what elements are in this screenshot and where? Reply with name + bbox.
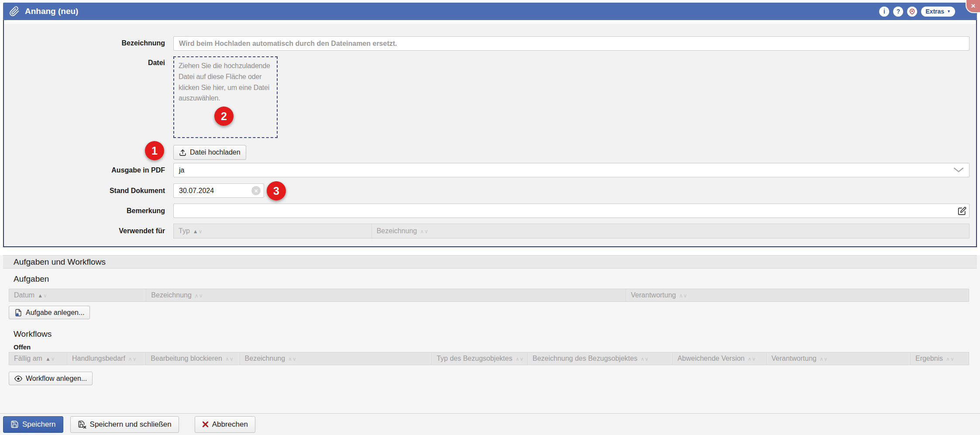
column-header-bezeichnung[interactable]: Bezeichnung∧∨	[146, 289, 626, 301]
cancel-x-icon	[202, 421, 209, 428]
info-button[interactable]: i	[879, 7, 889, 17]
column-header-bezeichnung[interactable]: Bezeichnung∧∨	[240, 352, 432, 365]
aufgaben-table-header: Datum▲∨Bezeichnung∧∨Verantwortung∧∨	[9, 289, 969, 302]
workflows-status-label: Offen	[14, 343, 31, 351]
column-header-verantwortung[interactable]: Verantwortung∧∨	[626, 289, 969, 301]
column-label: Datum	[14, 291, 34, 299]
upload-file-button[interactable]: Datei hochladen	[173, 145, 246, 160]
annotation-badge-3: 3	[267, 181, 286, 200]
column-label: Verantwortung	[631, 291, 676, 299]
column-header-verantwortung[interactable]: Verantwortung∧∨	[767, 352, 911, 365]
column-label: Bezeichnung	[245, 355, 285, 362]
footer-action-bar: Speichern Speichern und schließen Abbrec…	[0, 413, 980, 435]
bemerkung-input[interactable]	[173, 204, 970, 218]
sort-icons: ∧∨	[225, 355, 234, 362]
chevron-down-icon	[953, 167, 964, 173]
column-header-bezeichnung[interactable]: Bezeichnung∧∨	[372, 224, 969, 238]
save-icon	[10, 420, 19, 428]
column-header-bearbeitung-blockieren[interactable]: Bearbeitung blockieren∧∨	[146, 352, 240, 365]
column-label: Bezeichnung	[377, 227, 417, 235]
clear-icon: ×	[254, 187, 258, 194]
sort-icons: ∧∨	[195, 291, 203, 299]
sort-icons: ∧∨	[128, 355, 137, 362]
sort-icons: ▲∨	[38, 291, 48, 299]
column-header-ergebnis[interactable]: Ergebnis∧∨	[911, 352, 969, 365]
workflows-title: Workflows	[14, 329, 52, 339]
chevron-down-icon: ▼	[947, 10, 951, 14]
section-aufgaben-workflows: Aufgaben und Workflows	[3, 255, 977, 269]
column-header-datum[interactable]: Datum▲∨	[9, 289, 146, 301]
pin-button[interactable]	[907, 7, 917, 17]
close-icon: ×	[971, 2, 976, 10]
sort-icons: ∧∨	[420, 227, 429, 235]
annotation-badge-1: 1	[145, 141, 164, 160]
info-icon: i	[884, 8, 885, 15]
bezeichnung-label: Bezeichnung	[78, 39, 165, 47]
ausgabe-pdf-select[interactable]: ja	[173, 163, 970, 177]
edit-note-button[interactable]	[957, 206, 967, 216]
column-header-fällig-am[interactable]: Fällig am▲∨	[9, 352, 67, 365]
sort-icons: ∧∨	[819, 355, 828, 362]
edit-icon	[958, 207, 966, 215]
column-label: Typ	[179, 227, 190, 235]
stand-dokument-input[interactable]	[173, 183, 264, 198]
extras-label: Extras	[925, 8, 944, 15]
cancel-button[interactable]: Abbrechen	[195, 416, 255, 433]
sort-icons: ▲∨	[193, 227, 203, 235]
save-close-icon	[78, 420, 86, 429]
file-dropzone[interactable]: Ziehen Sie die hochzuladende Datei auf d…	[173, 56, 278, 138]
stand-dokument-field: ×	[173, 183, 264, 198]
create-workflow-button[interactable]: Workflow anlegen...	[9, 372, 93, 385]
column-label: Ergebnis	[915, 355, 943, 362]
titlebar-actions: i ? Extras ▼	[879, 7, 955, 17]
eye-icon	[14, 375, 22, 383]
column-label: Bearbeitung blockieren	[151, 355, 222, 362]
verwendet-fuer-label: Verwendet für	[78, 227, 165, 235]
bemerkung-label: Bemerkung	[78, 207, 165, 215]
column-label: Verantwortung	[771, 355, 816, 362]
bezeichnung-input[interactable]	[173, 36, 970, 51]
column-label: Bezeichnung des Bezugsobjektes	[533, 355, 637, 362]
column-header-typ[interactable]: Typ▲∨	[174, 224, 372, 238]
sort-icons: ∧∨	[748, 355, 756, 362]
page-title: Anhang (neu)	[25, 7, 78, 16]
upload-icon	[179, 149, 186, 156]
sort-icons: ∧∨	[946, 355, 955, 362]
create-workflow-label: Workflow anlegen...	[26, 375, 87, 383]
cancel-label: Abbrechen	[212, 420, 248, 429]
aufgaben-title: Aufgaben	[14, 274, 49, 284]
section-title: Aufgaben und Workflows	[14, 257, 106, 267]
sort-icons: ▲∨	[45, 355, 55, 362]
help-button[interactable]: ?	[893, 7, 903, 17]
sort-icons: ∧∨	[288, 355, 297, 362]
column-header-typ-des-bezugsobjektes[interactable]: Typ des Bezugsobjektes∧∨	[432, 352, 528, 365]
column-header-bezeichnung-des-bezugsobjektes[interactable]: Bezeichnung des Bezugsobjektes∧∨	[528, 352, 673, 365]
datei-label: Datei	[78, 59, 165, 67]
column-header-handlungsbedarf[interactable]: Handlungsbedarf∧∨	[67, 352, 146, 365]
create-task-button[interactable]: Aufgabe anlegen...	[9, 306, 90, 319]
workflows-table-header: Fällig am▲∨Handlungsbedarf∧∨Bearbeitung …	[9, 352, 969, 365]
verwendet-fuer-table-header: Typ▲∨Bezeichnung∧∨	[173, 224, 970, 238]
bemerkung-field	[173, 204, 970, 218]
create-task-label: Aufgabe anlegen...	[26, 309, 84, 317]
save-and-close-button[interactable]: Speichern und schließen	[70, 416, 179, 433]
upload-button-label: Datei hochladen	[190, 148, 241, 156]
ausgabe-pdf-label: Ausgabe in PDF	[78, 166, 165, 174]
sort-icons: ∧∨	[640, 355, 649, 362]
ausgabe-pdf-value: ja	[179, 166, 184, 174]
column-label: Fällig am	[14, 355, 42, 362]
column-label: Abweichende Version	[677, 355, 745, 362]
sort-icons: ∧∨	[679, 291, 688, 299]
lower-section-background	[0, 255, 980, 435]
annotation-badge-2: 2	[214, 107, 234, 126]
dropzone-hint: Ziehen Sie die hochzuladende Datei auf d…	[179, 62, 270, 102]
help-icon: ?	[896, 8, 900, 15]
extras-button[interactable]: Extras ▼	[921, 7, 955, 17]
column-label: Typ des Bezugsobjektes	[437, 355, 512, 362]
column-header-abweichende-version[interactable]: Abweichende Version∧∨	[673, 352, 767, 365]
new-task-icon	[14, 309, 22, 317]
sort-icons: ∧∨	[516, 355, 524, 362]
save-button[interactable]: Speichern	[3, 416, 63, 433]
save-label: Speichern	[22, 420, 56, 429]
clear-date-button[interactable]: ×	[251, 186, 261, 195]
